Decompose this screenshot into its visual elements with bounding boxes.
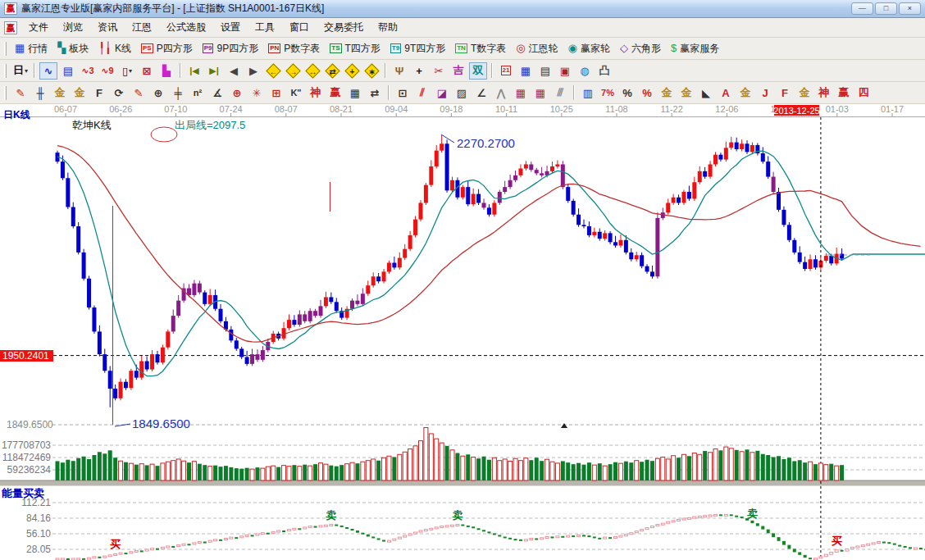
grid-tool[interactable]: ╫	[31, 84, 49, 102]
menu-item-资讯[interactable]: 资讯	[90, 17, 125, 38]
menu-item-公式选股[interactable]: 公式选股	[159, 17, 213, 38]
percent-lines-tool[interactable]: %	[638, 84, 656, 102]
win-angle-tool[interactable]: 赢	[835, 84, 853, 102]
gold-lines-tool[interactable]: 金	[677, 84, 695, 102]
draw-pen-tool[interactable]: ✎	[11, 84, 30, 102]
pivot-flag-tool[interactable]: ◣	[697, 84, 715, 102]
hatch-box-tool[interactable]: ▨	[453, 84, 471, 102]
zigzag-mode-button[interactable]: ∿	[39, 62, 57, 80]
notepad-button[interactable]: ▤	[536, 62, 554, 80]
calculator-button[interactable]: ▦	[517, 62, 535, 80]
angle-lines-tool[interactable]: ∠	[472, 84, 490, 102]
red-target-tool[interactable]: ⊕	[228, 84, 246, 102]
p-number-button[interactable]: PNP数字表	[264, 40, 326, 57]
p-square-button[interactable]: PSP四方形	[137, 40, 198, 57]
toolbar-grip[interactable]	[4, 86, 7, 100]
pan-right-button[interactable]: →	[284, 62, 302, 80]
color-chart-button[interactable]: ▙	[157, 62, 175, 80]
k-quote-tool[interactable]: K"	[287, 84, 305, 102]
circle-compass-tool[interactable]: ⊕	[149, 84, 167, 102]
menu-item-帮助[interactable]: 帮助	[371, 17, 405, 38]
menu-item-文件[interactable]: 文件	[21, 17, 56, 38]
candle-style-selector[interactable]: ▯▾	[118, 62, 136, 80]
j-angle-tool[interactable]: J	[756, 84, 774, 102]
si-angle-tool[interactable]: 四	[854, 84, 873, 102]
t-percent-tool[interactable]: 7%	[599, 84, 617, 102]
first-page-button[interactable]: |◀	[185, 62, 203, 80]
menu-item-浏览[interactable]: 浏览	[56, 17, 90, 38]
gold-circle-tool[interactable]: 金	[658, 84, 676, 102]
swap-button[interactable]: ⇄	[323, 62, 341, 80]
chart-canvas[interactable]: 06-0706-2607-1007-2408-0708-2109-0409-18…	[0, 104, 925, 560]
toolbar-grip[interactable]	[4, 42, 7, 56]
box-tool[interactable]: ⊡	[394, 84, 412, 102]
menu-item-江恩[interactable]: 江恩	[125, 17, 159, 38]
gann-flower-button[interactable]: 吉	[449, 62, 467, 80]
gold-grid-tool-2[interactable]: 金	[71, 84, 89, 102]
dual-brain-button[interactable]: 双	[469, 62, 487, 80]
p9-square-button[interactable]: P99P四方形	[198, 40, 264, 57]
red-pen-tool[interactable]: ✎	[130, 84, 148, 102]
f-grid-tool[interactable]: F	[90, 84, 108, 102]
pan-left-button[interactable]: ←	[264, 62, 282, 80]
hexagon-button[interactable]: ◇六角形	[616, 40, 667, 57]
close-button[interactable]: ×	[899, 2, 921, 15]
web-sync-button[interactable]: ◍	[576, 62, 594, 80]
gold-grid-tool-1[interactable]: 金	[51, 84, 69, 102]
service-button[interactable]: $赢家服务	[667, 40, 725, 57]
span-measure-tool[interactable]: ⇄	[366, 84, 384, 102]
toolbar-grip[interactable]	[4, 64, 7, 78]
next-bar-button[interactable]: ▶	[244, 62, 262, 80]
maximize-button[interactable]: □	[875, 2, 897, 15]
menu-item-窗口[interactable]: 窗口	[282, 17, 317, 38]
circled-grid-tool[interactable]: ⊞	[267, 84, 285, 102]
last-page-button[interactable]: ▶|	[205, 62, 223, 80]
sector-blocks-button[interactable]: ▚板块	[53, 40, 94, 57]
save-disk-button[interactable]: ▣	[556, 62, 574, 80]
pan-hand-button[interactable]: Ψ	[390, 62, 408, 80]
minimize-button[interactable]: —	[851, 2, 873, 15]
wave-tool[interactable]: ⋀	[492, 84, 510, 102]
t-number-button[interactable]: TNT数字表	[451, 40, 512, 57]
crosshair-button[interactable]: +	[410, 62, 428, 80]
gold-lines-tool-2[interactable]: 金	[736, 84, 754, 102]
percent-tool[interactable]: %	[618, 84, 636, 102]
hide-kline-button[interactable]: ⊠	[138, 62, 156, 80]
printer-button[interactable]: 凸	[595, 62, 613, 80]
zoom-in-button[interactable]: +	[343, 62, 361, 80]
shen-angle-tool[interactable]: 神	[815, 84, 833, 102]
kline-button[interactable]: ╿╽K线	[94, 40, 137, 57]
quote-table-button[interactable]: ▦行情	[11, 40, 53, 57]
prev-bar-button[interactable]: ◀	[225, 62, 243, 80]
gann-wheel-button[interactable]: ◎江恩轮	[512, 40, 563, 57]
measure-button[interactable]: ✂	[430, 62, 448, 80]
spiral-tool[interactable]: ⟳	[110, 84, 128, 102]
menu-item-交易委托[interactable]: 交易委托	[317, 17, 371, 38]
calendar-21-button[interactable]: 21	[497, 62, 515, 80]
shaded-fan-tool[interactable]: ◪	[433, 84, 451, 102]
ray-burst-tool[interactable]: ✳	[248, 84, 266, 102]
wave3-button[interactable]: ∿3	[79, 62, 97, 80]
angle-ruler-tool[interactable]: ∡	[208, 84, 226, 102]
shen-grid-tool[interactable]: 神	[307, 84, 325, 102]
position-tool[interactable]: ▥	[579, 84, 597, 102]
wave9-button[interactable]: ∿9	[98, 62, 116, 80]
zoom-h-button[interactable]: ↔	[303, 62, 321, 80]
info-list-button[interactable]: ▤	[59, 62, 77, 80]
dense-grid-tool[interactable]: ╪	[169, 84, 187, 102]
grid-123-tool[interactable]: ▦	[346, 84, 364, 102]
n-squared-tool[interactable]: n²	[189, 84, 207, 102]
fan-lines-tool[interactable]: ⫽	[413, 84, 431, 102]
red-grid-tool-1[interactable]: ▦	[512, 84, 530, 102]
win-grid-tool[interactable]: 赢	[326, 84, 344, 102]
winner-wheel-button[interactable]: ◉赢家轮	[564, 40, 616, 57]
f-angle-tool[interactable]: F	[776, 84, 794, 102]
t9-square-button[interactable]: T99T四方形	[386, 40, 451, 57]
zoom-all-button[interactable]: ∗	[362, 62, 380, 80]
parallel-lines-tool[interactable]: ⫻	[551, 84, 569, 102]
red-grid-tool-2[interactable]: ▦	[531, 84, 549, 102]
a-wave-tool[interactable]: A	[717, 84, 735, 102]
menu-item-设置[interactable]: 设置	[213, 17, 248, 38]
gold-angle-tool[interactable]: 金	[795, 84, 813, 102]
period-selector[interactable]: 日▾	[11, 62, 30, 80]
